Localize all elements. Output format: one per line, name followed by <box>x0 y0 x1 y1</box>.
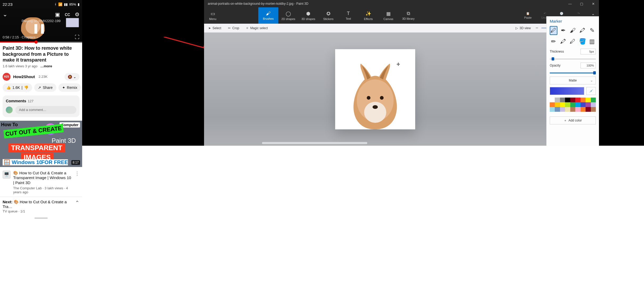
color-swatch[interactable] <box>565 102 570 107</box>
color-swatch[interactable] <box>550 107 555 112</box>
add-color-button[interactable]: ＋ Add color <box>550 116 596 124</box>
brush-eraser[interactable]: ✏ <box>550 37 557 46</box>
color-swatch[interactable] <box>586 107 591 112</box>
color-swatch[interactable] <box>586 102 591 107</box>
horizontal-scrollbar[interactable] <box>262 142 367 144</box>
finish-dropdown[interactable]: Matte ⌄ <box>550 77 596 84</box>
magic-select-tool[interactable]: ✧Magic select <box>246 26 268 30</box>
color-swatch[interactable] <box>560 102 565 107</box>
brush-pencil[interactable]: ✎ <box>588 26 596 35</box>
color-swatch[interactable] <box>586 98 591 102</box>
3d-shapes-tab[interactable]: ⬢3D shapes <box>298 7 318 24</box>
channel-name[interactable]: How2Shout <box>13 74 35 79</box>
color-swatch[interactable] <box>555 107 560 112</box>
stickers-tab[interactable]: ✪Stickers <box>318 7 338 24</box>
like-button[interactable]: 👍1.6K | 👎 <box>3 83 32 92</box>
library-icon: ⧉ <box>407 11 410 16</box>
more-link[interactable]: …more <box>40 64 52 68</box>
close-button[interactable]: ✕ <box>587 0 599 7</box>
thumb-windows10: 🪟 Windows 10 <box>3 159 43 165</box>
video-title[interactable]: Paint 3D: How to remove white background… <box>0 43 82 64</box>
canvas-area[interactable]: ✛ <box>204 33 546 146</box>
color-swatch[interactable] <box>560 98 565 102</box>
3d-view-toggle[interactable]: ▷3D view <box>516 26 531 30</box>
color-swatch[interactable] <box>591 102 596 107</box>
brush-calligraphy[interactable]: ✒ <box>559 26 567 35</box>
select-tool[interactable]: ➤Select <box>208 26 221 30</box>
time-display: 0:58 / 2:15 · Chapters › <box>3 35 38 39</box>
captions-icon[interactable]: cc <box>65 11 70 18</box>
comments-count: 127 <box>28 99 34 103</box>
zoom-out-button[interactable]: − <box>536 25 538 31</box>
color-swatch[interactable] <box>550 98 555 102</box>
pause-button[interactable]: ▌▌ <box>34 24 48 33</box>
color-swatch[interactable] <box>591 98 596 102</box>
channel-row[interactable]: H2S How2Shout 2.23K 🔕⌄ <box>0 71 82 83</box>
brush-fill[interactable]: 🪣 <box>579 37 586 46</box>
color-swatch[interactable] <box>570 98 575 102</box>
canvas-tab[interactable]: ▦Canvas <box>378 7 398 24</box>
effects-tab[interactable]: ✨Effects <box>358 7 378 24</box>
brush-crayon[interactable]: 🖍 <box>559 37 567 46</box>
color-swatch[interactable] <box>575 102 580 107</box>
color-swatch[interactable] <box>581 98 586 102</box>
notifications-button[interactable]: 🔕⌄ <box>65 73 80 80</box>
color-swatch[interactable] <box>565 107 570 112</box>
color-swatch[interactable] <box>581 107 586 112</box>
color-swatch[interactable] <box>550 102 555 107</box>
color-swatch[interactable] <box>570 107 575 112</box>
rec-channel-icon: 🖥️ <box>3 171 11 179</box>
color-swatch[interactable] <box>581 102 586 107</box>
eyedropper-button[interactable]: 💉 <box>586 87 596 95</box>
chevron-up-icon[interactable]: ⌃ <box>75 200 80 206</box>
comment-input[interactable]: Add a comment… <box>15 106 76 114</box>
recommended-thumbnail[interactable]: How To Computer CUT OUT & CREATE Paint 3… <box>0 121 82 167</box>
rec-more-icon[interactable]: ⋮ <box>75 171 80 194</box>
drag-handle[interactable] <box>34 217 48 219</box>
collapse-icon[interactable]: ⌄ <box>3 11 7 18</box>
color-swatch[interactable] <box>575 107 580 112</box>
color-swatch[interactable] <box>570 102 575 107</box>
2d-shapes-tab[interactable]: ◯2D shapes <box>278 7 298 24</box>
share-button[interactable]: ↗Share <box>34 83 56 92</box>
color-swatch[interactable] <box>591 107 596 112</box>
comments-card[interactable]: Comments127 Add a comment… <box>3 95 80 117</box>
thumbs-down-icon[interactable]: 👎 <box>24 85 28 90</box>
color-swatch[interactable] <box>560 107 565 112</box>
window-titlebar[interactable]: animal-portraits-on-white-background-by-… <box>204 0 599 7</box>
fullscreen-icon[interactable]: ⛶ <box>75 34 80 40</box>
color-swatch[interactable] <box>575 98 580 102</box>
video-player[interactable]: ⌄ ▣ cc ⚙ Playing on RMX2202-199 ▌▌ 0:58 … <box>0 8 82 42</box>
thickness-input[interactable]: 5px <box>581 49 596 54</box>
minimize-button[interactable]: — <box>564 0 576 7</box>
thickness-slider[interactable] <box>550 59 596 59</box>
brush-spray[interactable]: 🖍 <box>579 26 586 35</box>
color-swatch[interactable] <box>555 98 560 102</box>
recommended-item[interactable]: 🖥️ 🎨 How to Cut Out & Create a Transpare… <box>0 169 82 197</box>
paste-button[interactable]: 📋Paste <box>519 7 536 24</box>
brush-oil[interactable]: 🖌 <box>569 26 577 35</box>
remix-button[interactable]: ✦Remix <box>58 83 81 92</box>
settings-gear-icon[interactable]: ⚙ <box>75 11 80 18</box>
brush-pixel[interactable]: 🖊 <box>569 37 577 46</box>
cast-icon[interactable]: ▣ <box>55 11 60 18</box>
up-next-bar[interactable]: Next: 🎨 How to Cut Out & Create a Tra… T… <box>0 197 82 216</box>
opacity-slider[interactable] <box>550 73 596 73</box>
brush-marker[interactable]: 🖊 <box>550 26 557 35</box>
3d-library-tab[interactable]: ⧉3D library <box>398 7 418 24</box>
opacity-input[interactable]: 100% <box>581 63 596 68</box>
color-swatch[interactable] <box>555 102 560 107</box>
text-tab[interactable]: TText <box>338 7 358 24</box>
menu-tab[interactable]: ▭Menu <box>204 7 221 24</box>
current-color[interactable] <box>550 87 584 95</box>
brush-watercolor[interactable]: ▥ <box>588 37 596 46</box>
brushes-tab[interactable]: 🖌Brushes <box>258 7 278 24</box>
color-swatch[interactable] <box>565 98 570 102</box>
wifi-icon: 📶 <box>58 2 62 6</box>
progress-bar[interactable] <box>0 42 82 43</box>
crop-tool[interactable]: ✂Crop <box>228 26 239 30</box>
canvas-sheet[interactable]: ✛ <box>335 49 415 129</box>
channel-avatar[interactable]: H2S <box>3 73 11 81</box>
chapters-link[interactable]: Chapters <box>22 35 36 39</box>
maximize-button[interactable]: ▢ <box>576 0 587 7</box>
